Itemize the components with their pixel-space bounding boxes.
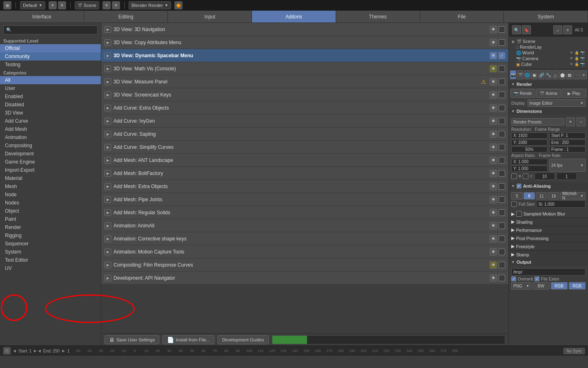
addon-expand-icon[interactable]: ▶: [105, 183, 111, 190]
addon-row[interactable]: ▶Add Curve: IvyGen✱: [101, 114, 508, 128]
addon-row[interactable]: ▶3D View: 3D Navigation✱: [101, 23, 508, 36]
sampled-motion-blur-row[interactable]: ▶ Sampled Motion Blur: [509, 210, 588, 218]
sidebar-item-3dview[interactable]: 3D View: [0, 109, 101, 117]
addon-row[interactable]: ▶3D View: Measure Panel⚠✱: [101, 75, 508, 88]
aa-filter-dropdown[interactable]: Mitchell-N ▼: [560, 192, 586, 200]
presets-add-btn[interactable]: +: [566, 117, 575, 126]
prop-tab-scene[interactable]: 🎬: [517, 70, 523, 79]
addon-info-icon[interactable]: ✱: [490, 196, 497, 203]
prop-tab-constraints[interactable]: 🔗: [538, 70, 544, 79]
performance-section[interactable]: ▶ Performance: [509, 226, 588, 234]
addon-expand-icon[interactable]: ▶: [105, 209, 111, 216]
res-y-input[interactable]: Y: 1080: [511, 139, 548, 146]
addon-checkbox[interactable]: [499, 170, 505, 177]
aspect-x-input[interactable]: X: 1.000: [511, 159, 548, 165]
sidebar-item-object[interactable]: Object: [0, 207, 101, 215]
rgba-btn[interactable]: RGB: [569, 282, 586, 289]
addon-info-icon[interactable]: ✱: [490, 78, 497, 85]
workspace-selector[interactable]: Default ▼: [20, 1, 45, 9]
addon-expand-icon[interactable]: ▶: [105, 92, 111, 98]
aa-section-header[interactable]: ▼ ✓ Anti-Aliasing: [509, 182, 588, 190]
sidebar-item-user[interactable]: User: [0, 84, 101, 92]
addon-checkbox[interactable]: [499, 79, 505, 85]
addon-expand-icon[interactable]: ▶: [105, 196, 111, 203]
tree-item-world[interactable]: 🌐 World 👁 🔒 📷: [510, 50, 586, 56]
addon-checkbox[interactable]: [499, 39, 505, 46]
sidebar-item-mesh[interactable]: Mesh: [0, 182, 101, 191]
prop-tab-world[interactable]: 🌐: [524, 70, 530, 79]
display-dropdown[interactable]: Image Editor ▼: [528, 99, 586, 107]
shading-section[interactable]: ▶ Shading: [509, 218, 588, 226]
sidebar-item-addmesh[interactable]: Add Mesh: [0, 125, 101, 133]
res-x-input[interactable]: X: 1920: [511, 132, 548, 139]
save-user-settings-button[interactable]: 🖥 Save User Settings: [105, 335, 159, 344]
tree-item-scene[interactable]: ▶ 🎬 Scene: [510, 38, 586, 44]
aa-checkbox[interactable]: ✓: [517, 184, 521, 188]
tree-item-cube[interactable]: ▣ Cube 👁 🔒 📷: [510, 61, 586, 67]
addon-checkbox[interactable]: ✓: [499, 52, 505, 59]
addon-row[interactable]: ▶Add Mesh: Pipe Joints✱: [101, 193, 508, 206]
addon-checkbox[interactable]: [499, 222, 505, 229]
sidebar-item-uv[interactable]: UV: [0, 264, 101, 272]
addon-row[interactable]: ▶Development: API Navigator✱: [101, 272, 508, 285]
addon-expand-icon[interactable]: ▶: [105, 26, 111, 33]
stamp-section[interactable]: ▶ Stamp: [509, 250, 588, 258]
sidebar-item-addcurve[interactable]: Add Curve: [0, 117, 101, 125]
sidebar-item-compositing[interactable]: Compositing: [0, 141, 101, 150]
time-remap-new[interactable]: 1: [557, 173, 577, 180]
addon-info-icon[interactable]: ✱: [490, 65, 497, 72]
addon-row[interactable]: ▶Add Curve: Sapling✱: [101, 128, 508, 141]
addon-checkbox[interactable]: [499, 275, 505, 281]
timeline-icon[interactable]: ⏱: [3, 347, 11, 355]
addon-expand-icon[interactable]: ▶: [105, 52, 111, 59]
rgb-btn[interactable]: RGB: [551, 282, 568, 289]
addon-info-icon[interactable]: ✱: [490, 117, 497, 125]
prop-tab-material[interactable]: ⬤: [559, 70, 566, 79]
addon-checkbox[interactable]: [499, 105, 505, 111]
sidebar-item-animation[interactable]: Animation: [0, 133, 101, 141]
rpanel-icon-search[interactable]: ⌕: [553, 25, 562, 34]
aa-btn-16[interactable]: 16: [548, 192, 559, 200]
addon-info-icon[interactable]: ✱: [490, 26, 497, 33]
prop-tab-particles[interactable]: ·: [573, 70, 579, 79]
addon-checkbox[interactable]: [499, 118, 505, 124]
sidebar-item-disabled[interactable]: Disabled: [0, 101, 101, 109]
addon-row[interactable]: ▶3D View: Math Vis (Console)✱: [101, 62, 508, 75]
addon-checkbox[interactable]: [499, 157, 505, 164]
addon-row[interactable]: ▶Animation: Motion Capture Tools✱: [101, 245, 508, 258]
dimensions-section-header[interactable]: ▼ Dimensions: [509, 108, 588, 115]
tab-system[interactable]: System: [504, 11, 588, 22]
render-presets-dropdown[interactable]: Render Presets: [511, 118, 564, 126]
addon-info-icon[interactable]: ✱: [490, 261, 497, 269]
freestyle-section[interactable]: ▶ Freestyle: [509, 242, 588, 250]
rpanel-icon-view[interactable]: 🔍: [512, 25, 521, 34]
bw-btn[interactable]: BW: [532, 282, 549, 289]
sampled-checkbox[interactable]: [516, 211, 522, 217]
format-dropdown[interactable]: PNG ▼: [511, 282, 531, 289]
addon-checkbox[interactable]: [499, 131, 505, 137]
addon-info-icon[interactable]: ✱: [490, 209, 497, 216]
tab-themes[interactable]: Themes: [336, 11, 420, 22]
current-frame-input[interactable]: Frame : 1: [549, 146, 586, 153]
sidebar-item-texteditor[interactable]: Text Editor: [0, 256, 101, 264]
addon-row[interactable]: ▶Add Mesh: BoltFactory✱: [101, 167, 508, 180]
addon-info-icon[interactable]: ✱: [490, 144, 497, 151]
scene-close-icon[interactable]: ×: [112, 1, 120, 9]
animation-button[interactable]: 🎬 Anima: [536, 89, 561, 98]
tree-item-camera[interactable]: 📷 Camera 👁 🔒 📷: [510, 56, 586, 61]
addon-expand-icon[interactable]: ▶: [105, 262, 111, 268]
addon-info-icon[interactable]: ✱: [490, 222, 497, 229]
rpanel-icon-prefs[interactable]: ≡: [563, 25, 572, 34]
sidebar-item-official[interactable]: Official: [0, 44, 101, 52]
tab-editing[interactable]: Editing: [84, 11, 168, 22]
addon-info-icon[interactable]: ✱: [490, 39, 497, 46]
addon-row[interactable]: ▶Animation: Corrective shape keys✱: [101, 232, 508, 245]
scene-add-icon[interactable]: +: [102, 1, 111, 9]
sidebar-item-rigging[interactable]: Rigging: [0, 231, 101, 240]
addon-row[interactable]: ▶Compositing: Film Response Curves✱: [101, 258, 508, 272]
play-button[interactable]: ▶ Play: [561, 89, 586, 98]
development-guides-button[interactable]: Development Guides: [218, 335, 269, 344]
tab-file[interactable]: File: [420, 11, 504, 22]
sidebar-item-development[interactable]: Development: [0, 150, 101, 158]
tab-input[interactable]: Input: [168, 11, 252, 22]
